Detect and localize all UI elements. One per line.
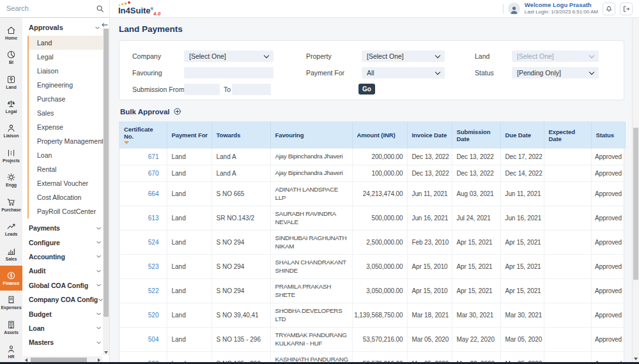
submenu-item-rental[interactable]: Rental — [29, 162, 109, 176]
certificate-link[interactable]: 522 — [148, 287, 159, 294]
rail-item-leads[interactable]: Leads — [0, 216, 22, 241]
column-header[interactable]: Status — [591, 122, 625, 149]
expand-circle-icon[interactable] — [173, 107, 181, 116]
certificate-link[interactable]: 671 — [148, 153, 159, 160]
table-header-row: Certificate No. Payment For — [119, 122, 625, 149]
rail-item-purchase[interactable]: Purchase — [0, 192, 22, 216]
cell-expected-date — [544, 279, 591, 303]
column-header[interactable]: Certificate No. — [119, 122, 167, 149]
certificate-link[interactable]: 504 — [148, 336, 159, 343]
column-header[interactable]: Expected Date — [544, 122, 591, 149]
menu-group-payments[interactable]: Payments — [22, 221, 109, 235]
column-header[interactable]: Favouring — [270, 122, 352, 149]
rail-item-expenses[interactable]: Expenses — [0, 291, 22, 315]
favouring-input[interactable] — [184, 67, 273, 79]
rail-item-land[interactable]: Land — [0, 70, 22, 94]
menu-group-configure[interactable]: Configure — [22, 235, 109, 249]
certificate-link[interactable]: 524 — [148, 239, 159, 246]
submenu-item-land[interactable]: Land — [29, 36, 109, 50]
menu-group-audit[interactable]: Audit — [22, 264, 109, 278]
submenu-item-sales[interactable]: Sales — [29, 106, 109, 120]
search-input[interactable] — [6, 4, 96, 12]
cell-favouring: Ajay Bipinchandra Jhaveri — [270, 149, 352, 165]
cell-amount: 500,000.00 — [352, 206, 407, 231]
certificate-link[interactable]: 664 — [148, 190, 159, 197]
rail-item-sales[interactable]: Sales — [0, 241, 22, 266]
rail-item-hr[interactable]: HR — [0, 339, 22, 363]
search-icon[interactable] — [96, 4, 104, 13]
cell-status: Approved — [591, 182, 625, 206]
submenu-item-purchase[interactable]: Purchase — [29, 92, 109, 106]
cell-submission-date: Apr 15, 2021 — [452, 255, 500, 279]
cell-submission-date: Jul 24, 2021 — [452, 206, 500, 231]
scroll-down-icon[interactable] — [634, 358, 638, 360]
divider — [503, 4, 504, 13]
cell-amount: 200,000.00 — [352, 149, 407, 165]
cell-certificate-no: 664 — [119, 182, 167, 206]
menu-group-masters[interactable]: Masters — [22, 335, 109, 349]
payment-for-select[interactable]: All — [362, 67, 445, 79]
submenu-item-liaison[interactable]: Liaison — [29, 64, 109, 78]
collapse-menu-icon[interactable] — [101, 20, 109, 27]
rail-item-liaison[interactable]: Liaison — [0, 119, 22, 143]
submenu-item-expense[interactable]: Expense — [29, 120, 109, 134]
cell-due-date: Dec 14, 2022 — [500, 165, 544, 182]
menu-group-company-coa-config[interactable]: Company COA Config — [22, 292, 109, 307]
content-area: Land Payments Company [Select One] Prope… — [110, 18, 639, 364]
scroll-left-icon[interactable] — [25, 358, 27, 362]
property-select[interactable]: [Select One] — [362, 50, 445, 62]
cell-amount: 3,050,000.00 — [352, 279, 407, 303]
column-header[interactable]: Payment For — [167, 122, 212, 149]
submenu-item-cost-allocation[interactable]: Cost Allocation — [29, 190, 109, 204]
submenu-item-external-voucher[interactable]: External Voucher — [29, 176, 109, 190]
column-header[interactable]: Invoice Date — [407, 122, 452, 149]
submenu-item-legal[interactable]: Legal — [29, 50, 109, 64]
submenu-vertical-scrollbar[interactable] — [103, 28, 109, 355]
cell-status: Approved — [591, 279, 625, 303]
logout-button[interactable] — [620, 3, 633, 15]
page-vertical-scrollbar[interactable] — [632, 18, 639, 364]
scroll-down-icon[interactable] — [104, 351, 108, 354]
cell-favouring: SINDHUBAI RAGHUNATH NIKAM — [270, 231, 352, 255]
status-label: Status — [475, 67, 494, 79]
certificate-link[interactable]: 670 — [148, 170, 159, 177]
rail-item-engg[interactable]: Engg — [0, 168, 22, 192]
submission-from-input[interactable] — [184, 84, 220, 95]
submenu-item-property-management[interactable]: Property Management — [29, 134, 109, 148]
rail-item-bi[interactable]: BI — [0, 45, 22, 69]
column-header[interactable]: Submission Date — [452, 122, 500, 149]
rail-item-finance[interactable]: Finance — [0, 266, 22, 290]
certificate-link[interactable]: 613 — [148, 215, 159, 222]
scroll-right-icon[interactable] — [98, 358, 100, 362]
go-button[interactable]: Go — [358, 84, 375, 95]
company-select[interactable]: [Select One] — [184, 50, 273, 62]
submenu-item-payroll-costcenter[interactable]: PayRoll CostCenter — [29, 204, 109, 218]
column-header[interactable]: Towards — [212, 122, 270, 149]
submission-to-input[interactable] — [232, 84, 271, 95]
rail-item-projects[interactable]: Projects — [0, 143, 22, 167]
notifications-button[interactable] — [603, 3, 615, 15]
avatar[interactable] — [508, 3, 520, 15]
rail-item-legal[interactable]: Legal — [0, 94, 22, 118]
rail-item-assets[interactable]: Assets — [0, 315, 22, 339]
land-select[interactable]: [Select One] — [512, 50, 599, 62]
scrollbar-thumb[interactable] — [104, 29, 109, 317]
menu-group-global-coa-config[interactable]: Global COA Config — [22, 278, 109, 292]
user-greeting: Welcome Logu Prasath Last Login: 1/3/202… — [525, 2, 598, 15]
menu-group-accounting[interactable]: Accounting — [22, 250, 109, 264]
column-header[interactable]: Amount (INR) — [352, 122, 407, 149]
menu-group-approvals[interactable]: Approvals — [22, 22, 109, 36]
table-row: 670 Land Land A Ajay Bipinchandra Jhaver… — [119, 165, 625, 182]
menu-group-budget[interactable]: Budget — [22, 307, 109, 321]
scrollbar-thumb[interactable] — [633, 128, 638, 280]
approvals-submenu-list: Land Legal Liaison Engineering Purchase … — [27, 36, 109, 218]
submenu-item-loan[interactable]: Loan — [29, 148, 109, 162]
column-header[interactable]: Due Date — [500, 122, 544, 149]
certificate-link[interactable]: 520 — [148, 312, 159, 319]
rail-item-home[interactable]: Home — [0, 20, 22, 45]
menu-group-loan[interactable]: Loan — [22, 321, 109, 335]
certificate-link[interactable]: 523 — [148, 263, 159, 270]
cell-payment-for: Land — [167, 279, 212, 303]
status-select[interactable]: [Pending Only] — [512, 67, 599, 79]
submenu-item-engineering[interactable]: Engineering — [29, 78, 109, 92]
